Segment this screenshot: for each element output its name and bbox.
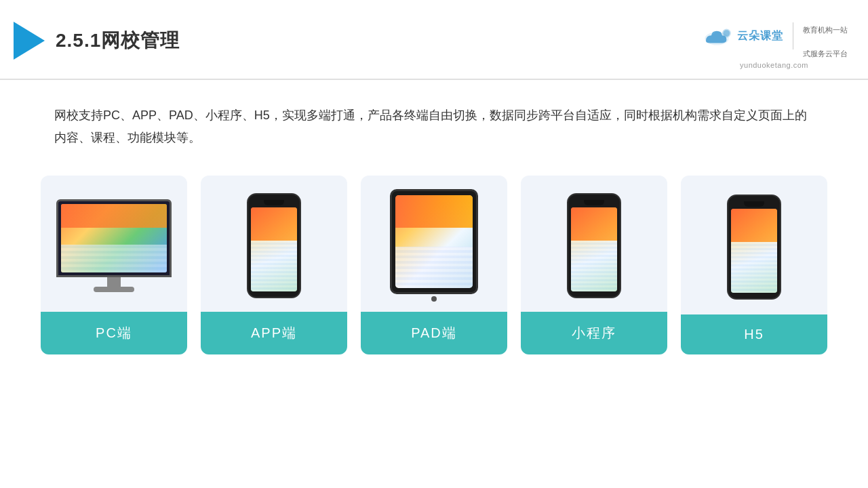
phone-notch-app [264, 200, 284, 205]
card-pad: PAD端 [361, 176, 507, 354]
tablet-screen [395, 195, 473, 288]
card-app-image [201, 176, 347, 312]
tablet-body [390, 189, 478, 294]
cards-container: PC端 APP端 PAD端 [0, 162, 868, 375]
monitor-display [61, 204, 167, 272]
brand-url: yunduoketang.com [740, 61, 808, 69]
phone-screen-mini [571, 207, 617, 291]
tablet-home-button [431, 296, 437, 302]
phone-mockup-h5 [727, 195, 781, 300]
card-app-label: APP端 [201, 312, 347, 354]
phone-notch-h5 [744, 201, 764, 207]
divider [793, 22, 793, 49]
card-app: APP端 [201, 176, 347, 354]
card-h5: H5 [681, 176, 827, 354]
svg-point-2 [724, 30, 730, 37]
header: 2.5.1网校管理 云朵课堂 教育机构一站 式服务云平台 yunduoketan… [0, 0, 868, 80]
cloud-icon [701, 25, 733, 47]
description-text: 网校支持PC、APP、PAD、小程序、H5，实现多端打通，产品各终端自由切换，数… [0, 80, 868, 162]
tablet-mockup [390, 189, 478, 302]
card-mini: 小程序 [521, 176, 667, 354]
phone-screen-h5 [731, 209, 777, 293]
monitor-mockup [56, 199, 172, 292]
card-h5-image [681, 176, 827, 314]
card-pc: PC端 [41, 176, 187, 354]
phone-body-h5 [727, 195, 781, 300]
brand-name: 云朵课堂 [737, 29, 783, 43]
phone-content-h5 [731, 242, 777, 292]
logo-triangle-icon [14, 22, 45, 60]
monitor-base [94, 287, 134, 292]
card-pad-image [361, 176, 507, 312]
card-h5-label: H5 [681, 314, 827, 354]
page-title: 2.5.1网校管理 [56, 28, 180, 54]
monitor-screen [56, 199, 172, 277]
phone-body-mini [567, 193, 621, 298]
cloud-logo: 云朵课堂 教育机构一站 式服务云平台 [701, 12, 848, 60]
card-mini-image [521, 176, 667, 312]
phone-screen-app [251, 207, 297, 291]
card-mini-label: 小程序 [521, 312, 667, 354]
phone-content-app [251, 241, 297, 291]
header-left: 2.5.1网校管理 [14, 22, 180, 60]
card-pc-image [41, 176, 187, 312]
phone-mockup-mini [567, 193, 621, 298]
phone-notch-mini [584, 200, 604, 205]
monitor-neck [107, 277, 121, 287]
card-pc-label: PC端 [41, 312, 187, 354]
brand-tagline: 教育机构一站 式服务云平台 [803, 12, 848, 60]
card-pad-label: PAD端 [361, 312, 507, 354]
phone-mockup-app [247, 193, 301, 298]
phone-body-app [247, 193, 301, 298]
phone-content-mini [571, 241, 617, 291]
header-right: 云朵课堂 教育机构一站 式服务云平台 yunduoketang.com [701, 12, 848, 69]
